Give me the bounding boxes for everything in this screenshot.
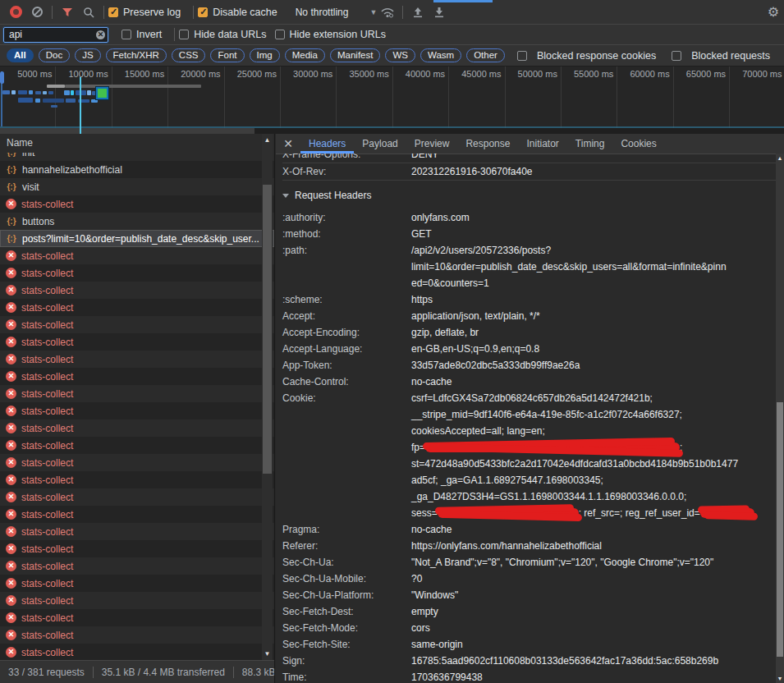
header-name: X-Frame-Options: bbox=[282, 154, 411, 163]
hide-extension-urls-checkbox[interactable] bbox=[275, 30, 285, 39]
filter-pill-font[interactable]: Font bbox=[210, 48, 244, 62]
import-har-button[interactable] bbox=[407, 2, 429, 22]
request-headers-title: Request Headers bbox=[295, 190, 371, 201]
filter-pill-media[interactable]: Media bbox=[285, 48, 325, 62]
hide-data-urls-checkbox[interactable] bbox=[179, 30, 189, 39]
filter-input[interactable] bbox=[3, 27, 108, 43]
search-button[interactable] bbox=[78, 2, 99, 22]
request-row[interactable]: ✕stats-collect bbox=[0, 419, 274, 437]
scroll-down-icon[interactable]: ▼ bbox=[776, 676, 784, 681]
tab-initiator[interactable]: Initiator bbox=[518, 134, 566, 154]
request-row[interactable]: ✕stats-collect bbox=[0, 575, 274, 592]
request-row[interactable]: ✕stats-collect bbox=[0, 264, 274, 282]
request-row[interactable]: ✕stats-collect bbox=[0, 437, 274, 454]
request-row[interactable]: ✕stats-collect bbox=[0, 402, 274, 419]
request-row[interactable]: {:}buttons bbox=[0, 213, 274, 230]
filter-pill-other[interactable]: Other bbox=[466, 48, 505, 62]
overview-scrollbar-thumb[interactable] bbox=[0, 128, 254, 134]
tab-headers[interactable]: Headers bbox=[300, 134, 354, 154]
invert-label: Invert bbox=[136, 29, 162, 40]
filter-toggle-button[interactable] bbox=[57, 2, 78, 22]
filter-pill-all[interactable]: All bbox=[7, 48, 34, 62]
filter-pill-manifest[interactable]: Manifest bbox=[330, 48, 380, 62]
filter-pill-fetch-xhr[interactable]: Fetch/XHR bbox=[106, 48, 167, 62]
error-icon: ✕ bbox=[6, 509, 16, 520]
request-row[interactable]: {:}posts?limit=10&order=publish_date_des… bbox=[0, 230, 274, 247]
tab-cookies[interactable]: Cookies bbox=[612, 134, 664, 154]
request-row[interactable]: ✕stats-collect bbox=[0, 609, 274, 626]
request-type-filter-bar: AllDocJSFetch/XHRCSSFontImgMediaManifest… bbox=[0, 45, 784, 66]
scroll-up-icon[interactable]: ▲ bbox=[262, 136, 273, 144]
error-icon: ✕ bbox=[6, 388, 16, 399]
request-row[interactable]: {:}hannahelizabethofficial bbox=[0, 161, 274, 178]
header-value: onlyfans.com bbox=[411, 209, 470, 226]
tab-response[interactable]: Response bbox=[457, 134, 518, 154]
filter-pill-img[interactable]: Img bbox=[250, 48, 280, 62]
scrollbar-thumb[interactable] bbox=[263, 185, 272, 474]
filter-pill-doc[interactable]: Doc bbox=[39, 48, 70, 62]
toolbar-divider bbox=[52, 6, 53, 19]
request-row[interactable]: ✕stats-collect bbox=[0, 557, 274, 575]
value-text: __stripe_mid=9df140f6-e64a-419e-85fc-a1c… bbox=[411, 409, 682, 420]
scroll-down-icon[interactable]: ▼ bbox=[262, 650, 273, 658]
request-headers-section[interactable]: Request Headers bbox=[282, 186, 776, 204]
filter-pill-ws[interactable]: WS bbox=[385, 48, 415, 62]
request-row[interactable]: ✕stats-collect bbox=[0, 351, 274, 368]
chevron-down-icon[interactable]: ▼ bbox=[369, 8, 377, 16]
checkbox[interactable] bbox=[517, 51, 527, 61]
tab-preview[interactable]: Preview bbox=[406, 134, 458, 154]
checkbox[interactable] bbox=[672, 51, 681, 61]
request-row[interactable]: ✕stats-collect bbox=[0, 385, 274, 402]
filter-pill-css[interactable]: CSS bbox=[172, 48, 206, 62]
request-row[interactable]: ✕stats-collect bbox=[0, 644, 274, 660]
detail-scrollbar[interactable]: ▲ ▼ bbox=[776, 154, 784, 683]
request-row[interactable]: ✕stats-collect bbox=[0, 626, 274, 644]
request-name: visit bbox=[22, 181, 39, 193]
json-icon: {:} bbox=[6, 234, 17, 243]
settings-gear-button[interactable]: ⚙ bbox=[768, 4, 779, 20]
export-har-button[interactable] bbox=[429, 2, 450, 22]
request-name: stats-collect bbox=[21, 388, 73, 400]
request-row[interactable]: ✕stats-collect bbox=[0, 282, 274, 299]
invert-checkbox[interactable] bbox=[121, 30, 131, 39]
request-row[interactable]: {:}visit bbox=[0, 178, 274, 195]
request-header-row: Cookie:csrf=LdfcGX4Sa72db06824c657db26a5… bbox=[282, 390, 776, 521]
filter-pill-wasm[interactable]: Wasm bbox=[420, 48, 461, 62]
close-icon[interactable]: ✕ bbox=[276, 137, 300, 150]
request-row[interactable]: ✕stats-collect bbox=[0, 368, 274, 385]
request-row[interactable]: ✕stats-collect bbox=[0, 316, 274, 333]
tab-timing[interactable]: Timing bbox=[567, 134, 613, 154]
request-row[interactable]: ✕stats-collect bbox=[0, 540, 274, 557]
request-row[interactable]: ✕stats-collect bbox=[0, 488, 274, 506]
request-row[interactable]: {:}init bbox=[0, 153, 274, 161]
tab-payload[interactable]: Payload bbox=[354, 134, 406, 154]
request-header-row: Accept-Encoding:gzip, deflate, br bbox=[282, 324, 776, 341]
throttling-select[interactable]: No throttling bbox=[296, 7, 349, 18]
request-name: stats-collect bbox=[21, 337, 73, 348]
overview-drag-handle[interactable] bbox=[0, 71, 4, 84]
request-row[interactable]: ✕stats-collect bbox=[0, 506, 274, 523]
preserve-log-checkbox[interactable] bbox=[108, 7, 118, 17]
request-row[interactable]: ✕stats-collect bbox=[0, 523, 274, 540]
network-conditions-button[interactable] bbox=[377, 2, 398, 22]
network-overview-timeline[interactable]: 5000 ms10000 ms15000 ms20000 ms25000 ms3… bbox=[0, 66, 784, 134]
request-row[interactable]: ✕stats-collect bbox=[0, 247, 274, 264]
request-row[interactable]: ✕stats-collect bbox=[0, 471, 274, 488]
name-column-header[interactable]: Name bbox=[0, 134, 274, 154]
clear-filter-icon[interactable]: ✕ bbox=[96, 30, 105, 39]
overview-scrollbar[interactable] bbox=[0, 128, 784, 134]
scroll-up-icon[interactable]: ▲ bbox=[776, 155, 784, 161]
request-row[interactable]: ✕stats-collect bbox=[0, 299, 274, 316]
record-button[interactable] bbox=[5, 2, 26, 22]
request-row[interactable]: ✕stats-collect bbox=[0, 454, 274, 471]
request-row[interactable]: ✕stats-collect bbox=[0, 333, 274, 351]
request-row[interactable]: ✕stats-collect bbox=[0, 195, 274, 213]
request-name: stats-collect bbox=[21, 319, 73, 331]
disable-cache-checkbox[interactable] bbox=[198, 7, 208, 17]
request-row[interactable]: ✕stats-collect bbox=[0, 592, 274, 609]
request-list-scrollbar[interactable]: ▲ ▼ bbox=[262, 134, 273, 660]
response-headers-rows: X-Frame-Options:DENYX-Of-Rev:20231226191… bbox=[282, 154, 776, 181]
clear-button[interactable] bbox=[26, 2, 48, 22]
filter-pill-js[interactable]: JS bbox=[75, 48, 100, 62]
scrollbar-thumb[interactable] bbox=[777, 402, 783, 657]
